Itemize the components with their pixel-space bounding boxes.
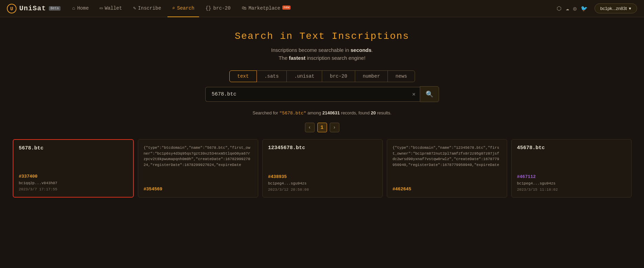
result-total: 2140631 [323, 110, 340, 115]
subtitle-2-plain: The [279, 55, 289, 61]
nav-inscribe-label: Inscribe [138, 5, 161, 11]
card-5-id: #467112 [517, 174, 626, 179]
social-icons: ⬡ ☁ ◎ 🐦 [557, 5, 587, 12]
home-icon: ⌂ [72, 5, 75, 11]
github-icon[interactable]: ⬡ [557, 5, 561, 12]
subtitle-1: Inscriptions become searchable in second… [271, 47, 373, 53]
wallet-icon: ▭ [100, 5, 102, 11]
logo-text: UniSat [19, 4, 46, 12]
card-2-id: #354569 [144, 187, 252, 192]
result-mid1: among [307, 110, 322, 115]
logo[interactable]: U UniSat Beta [7, 4, 61, 13]
nav-home-label: Home [77, 5, 89, 11]
card-3-id: #438935 [268, 174, 377, 179]
prev-page-button[interactable]: ‹ [305, 123, 315, 132]
search-button[interactable]: 🔍 [420, 86, 439, 102]
card-5-title: 45678.btc [517, 145, 626, 151]
result-end: results. [377, 110, 392, 115]
result-query: "5678.btc" [280, 111, 306, 116]
nav-brc20[interactable]: {} brc-20 [200, 0, 235, 17]
nav-search[interactable]: ⌕ Search [167, 0, 199, 17]
nav-wallet-label: Wallet [105, 5, 122, 11]
result-card-1[interactable]: 5678.btc #337400 bc1qq2p...v843h07 2023/… [13, 139, 134, 198]
search-input-wrap: ✕ [205, 87, 420, 102]
nav-marketplace-label: Marketplace [249, 5, 280, 11]
result-card-3[interactable]: 12345678.btc #438935 bc1peg4...sgu94zs 2… [262, 139, 383, 198]
result-prefix: Searched for [252, 110, 279, 115]
card-1-date: 2023/3/7 17:17:55 [19, 187, 128, 191]
clear-button[interactable]: ✕ [412, 90, 416, 98]
pagination: ‹ 1 › [305, 123, 339, 132]
logo-icon: U [7, 4, 17, 13]
card-5-address: bc1peg4...sgu94zs [517, 181, 626, 186]
beta-badge: Beta [49, 6, 61, 11]
card-3-address: bc1peg4...sgu94zs [268, 181, 377, 186]
wallet-button[interactable]: bc1pk...zn83t ▾ [594, 3, 637, 13]
discord-icon[interactable]: ◎ [573, 5, 577, 12]
nav-marketplace[interactable]: 🛍 Marketplace new [237, 0, 296, 17]
page-title: Search in Text Inscriptions [235, 31, 410, 42]
card-4-content: {"type":"btcdomain","name":"12345678.btc… [393, 145, 501, 185]
nav-home[interactable]: ⌂ Home [67, 0, 94, 17]
inscribe-icon: ✎ [133, 5, 136, 11]
tab-text[interactable]: text [229, 70, 257, 82]
subtitle-2-bold: fastest [289, 55, 305, 61]
navbar: U UniSat Beta ⌂ Home ▭ Wallet ✎ Inscribe… [0, 0, 644, 17]
subtitle-2: The fastest inscription search engine! [279, 55, 365, 61]
result-found: 20 [371, 110, 376, 115]
card-1-title: 5678.btc [19, 145, 128, 151]
nav-wallet[interactable]: ▭ Wallet [95, 0, 127, 17]
card-3-title: 12345678.btc [268, 145, 377, 151]
next-page-button[interactable]: › [330, 123, 339, 132]
search-tabs: text .sats .unisat brc-20 number news [229, 70, 415, 82]
tab-number[interactable]: number [355, 70, 388, 82]
result-card-4[interactable]: {"type":"btcdomain","name":"12345678.btc… [387, 139, 507, 198]
card-4-id: #462645 [393, 187, 501, 192]
subtitle-2-end: inscription search engine! [306, 55, 365, 61]
wallet-dropdown-icon: ▾ [629, 6, 631, 11]
search-button-icon: 🔍 [426, 90, 433, 98]
tab-unisat[interactable]: .unisat [286, 70, 323, 82]
nav-inscribe[interactable]: ✎ Inscribe [128, 0, 166, 17]
brc20-icon: {} [205, 5, 211, 11]
twitter-icon[interactable]: 🐦 [581, 5, 588, 12]
subtitle-1-plain: Inscriptions become searchable in [271, 47, 351, 53]
nav-search-label: Search [177, 5, 194, 11]
tab-brc20[interactable]: brc-20 [322, 70, 355, 82]
nav-brc20-label: brc-20 [213, 5, 230, 11]
card-5-date: 2023/3/15 11:18:02 [517, 188, 626, 192]
cards-grid: 5678.btc #337400 bc1qq2p...v843h07 2023/… [9, 139, 635, 198]
card-2-content: {"type":"btcdomain","name":"5678.btc","f… [144, 145, 252, 185]
search-bar: ✕ 🔍 [205, 86, 439, 102]
tab-sats[interactable]: .sats [256, 70, 287, 82]
subtitle-1-bold: seconds [350, 47, 371, 53]
new-badge: new [282, 5, 291, 10]
metamask-icon[interactable]: ☁ [566, 5, 569, 12]
result-mid2: records, found [341, 110, 371, 115]
wallet-address: bc1pk...zn83t [600, 6, 627, 11]
subtitle-1-end: . [371, 47, 373, 53]
svg-text:U: U [10, 6, 13, 12]
result-card-5[interactable]: 45678.btc #467112 bc1peg4...sgu94zs 2023… [511, 139, 632, 198]
card-1-address: bc1qq2p...v843h07 [19, 181, 128, 185]
card-3-date: 2023/3/12 20:58:08 [268, 188, 377, 192]
tab-news[interactable]: news [388, 70, 415, 82]
search-nav-icon: ⌕ [172, 5, 175, 11]
search-input[interactable] [209, 87, 412, 101]
result-card-2[interactable]: {"type":"btcdomain","name":"5678.btc","f… [138, 139, 258, 198]
marketplace-icon: 🛍 [242, 5, 247, 11]
current-page[interactable]: 1 [317, 123, 327, 132]
card-1-id: #337400 [19, 174, 128, 179]
main-content: Search in Text Inscriptions Inscriptions… [0, 17, 644, 204]
result-info: Searched for "5678.btc" among 2140631 re… [252, 110, 391, 116]
